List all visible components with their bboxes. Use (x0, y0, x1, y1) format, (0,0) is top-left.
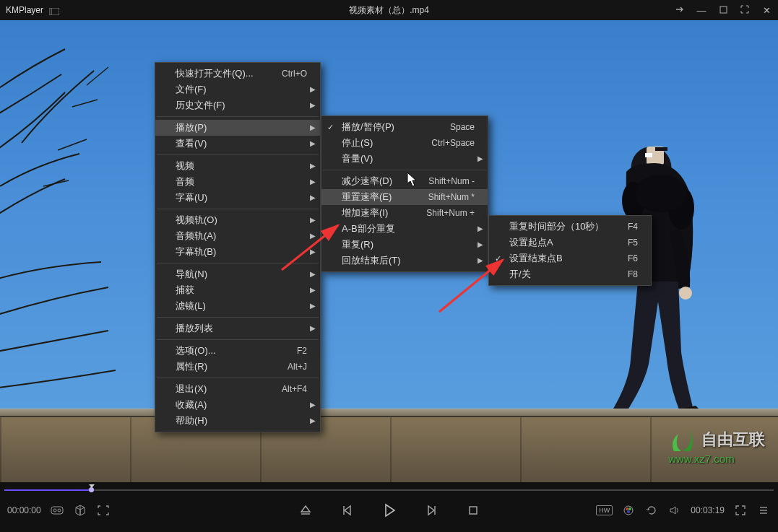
playback-menu-item-9[interactable]: 回放结束后(T)▶ (321, 253, 488, 269)
close-button[interactable]: ✕ (761, 5, 772, 16)
playback-menu-item-7[interactable]: A-B部分重复▶ (321, 221, 488, 237)
abrepeat-menu-item-2[interactable]: ✓设置结束点BF6 (489, 250, 651, 266)
submenu-arrow-icon: ▶ (477, 237, 483, 253)
menu-item-label: 退出(X) (176, 381, 270, 397)
playback-menu-item-6[interactable]: 增加速率(I)Shift+Num + (321, 205, 488, 221)
abrepeat-menu-item-0[interactable]: 重复时间部分（10秒）F4 (489, 219, 651, 235)
menu-item-label: 音频 (176, 174, 307, 190)
context-submenu-playback[interactable]: ✓播放/暂停(P)Space停止(S)Ctrl+Space音量(V)▶减少速率(… (321, 115, 488, 272)
main-menu-item-12[interactable]: 音频轨(A)▶ (155, 228, 320, 244)
next-button[interactable] (423, 502, 440, 519)
main-menu-item-11[interactable]: 视频轨(O)▶ (155, 212, 320, 228)
fullscreen-button[interactable] (739, 5, 751, 16)
check-icon: ✓ (327, 119, 334, 135)
submenu-arrow-icon: ▶ (310, 212, 316, 228)
submenu-arrow-icon: ▶ (310, 158, 316, 174)
menu-item-label: 设置结束点B (509, 250, 616, 266)
menu-item-label: 播放/暂停(P) (342, 119, 438, 135)
seek-bar[interactable] (0, 482, 778, 494)
menu-item-label: 重复时间部分（10秒） (509, 219, 616, 235)
abrepeat-menu-item-1[interactable]: 设置起点AF5 (489, 235, 651, 250)
app-name: KMPlayer (6, 5, 43, 15)
play-button[interactable] (381, 502, 398, 519)
menu-item-label: 播放列表 (176, 320, 307, 336)
playback-menu-item-8[interactable]: 重复(R)▶ (321, 237, 488, 253)
title-bar: KMPlayer 视频素材（总）.mp4 — ✕ (0, 0, 778, 20)
menu-item-label: A-B部分重复 (342, 221, 475, 237)
eject-button[interactable] (297, 502, 314, 519)
playlist-icon[interactable] (756, 503, 771, 518)
playback-menu-item-4[interactable]: 减少速率(D)Shift+Num - (321, 173, 488, 189)
minimize-button[interactable]: — (696, 5, 707, 16)
menu-item-label: 历史文件(F) (176, 97, 307, 113)
menu-item-shortcut: F8 (628, 266, 638, 282)
menu-item-label: 音量(V) (342, 151, 475, 167)
svg-point-7 (635, 175, 687, 212)
watermark-url: www.xz7.com (668, 453, 765, 465)
menu-item-label: 增加速率(I) (342, 205, 415, 221)
svg-rect-9 (655, 147, 667, 151)
app-logo-icon (49, 6, 59, 14)
main-menu-item-5[interactable]: 查看(V)▶ (155, 136, 320, 152)
submenu-arrow-icon: ▶ (310, 120, 316, 136)
context-submenu-abrepeat[interactable]: 重复时间部分（10秒）F4设置起点AF5✓设置结束点BF6开/关F8 (488, 215, 652, 286)
menu-item-label: 收藏(A) (176, 397, 307, 413)
playback-menu-item-1[interactable]: 停止(S)Ctrl+Space (321, 135, 488, 151)
playback-menu-item-2[interactable]: 音量(V)▶ (321, 151, 488, 167)
main-menu-separator (157, 154, 319, 155)
playback-menu-item-5[interactable]: 重置速率(E)Shift+Num * (321, 189, 488, 205)
main-menu-item-1[interactable]: 文件(F)▶ (155, 82, 320, 97)
menu-item-label: 视频 (176, 158, 307, 174)
stop-button[interactable] (464, 502, 482, 519)
current-time: 00:00:00 (7, 505, 41, 515)
submenu-arrow-icon: ▶ (310, 228, 316, 244)
main-menu-item-13[interactable]: 字幕轨(B)▶ (155, 244, 320, 260)
menu-item-label: 字幕轨(B) (176, 244, 307, 260)
watermark-text: 自由互联 (701, 429, 765, 450)
svg-point-8 (679, 287, 692, 300)
playback-menu-item-0[interactable]: ✓播放/暂停(P)Space (321, 119, 488, 135)
main-menu-item-24[interactable]: 退出(X)Alt+F4 (155, 381, 320, 397)
main-menu-item-16[interactable]: 捕获▶ (155, 282, 320, 298)
main-menu-item-0[interactable]: 快速打开文件(Q)...Ctrl+O (155, 66, 320, 82)
volume-icon[interactable] (667, 503, 682, 518)
context-menu-main[interactable]: 快速打开文件(Q)...Ctrl+O文件(F)▶历史文件(F)▶播放(P)▶查看… (155, 62, 321, 432)
main-menu-item-7[interactable]: 视频▶ (155, 158, 320, 174)
submenu-arrow-icon: ▶ (310, 397, 316, 413)
svg-point-21 (628, 507, 631, 510)
hw-badge[interactable]: HW (596, 505, 613, 515)
menu-item-label: 帮助(H) (176, 413, 307, 429)
main-menu-item-21[interactable]: 选项(O)...F2 (155, 343, 320, 359)
abrepeat-menu-item-3[interactable]: 开/关F8 (489, 266, 651, 282)
main-menu-item-17[interactable]: 滤镜(L)▶ (155, 298, 320, 314)
main-menu-item-9[interactable]: 字幕(U)▶ (155, 190, 320, 206)
menu-item-label: 播放(P) (176, 120, 307, 136)
pin-icon[interactable] (674, 4, 686, 17)
mouse-cursor (407, 172, 418, 188)
prev-button[interactable] (339, 502, 356, 519)
submenu-arrow-icon: ▶ (310, 136, 316, 152)
menu-item-label: 属性(R) (176, 359, 276, 375)
capture-icon[interactable] (96, 503, 111, 518)
main-menu-item-25[interactable]: 收藏(A)▶ (155, 397, 320, 413)
menu-item-label: 开/关 (509, 266, 616, 282)
rotate-icon[interactable] (644, 503, 659, 518)
vr-icon[interactable] (50, 503, 64, 518)
main-menu-item-19[interactable]: 播放列表▶ (155, 320, 320, 336)
wall (0, 417, 778, 482)
main-menu-item-8[interactable]: 音频▶ (155, 174, 320, 190)
menu-item-shortcut: Shift+Num + (426, 205, 475, 221)
submenu-arrow-icon: ▶ (477, 151, 483, 167)
fullscreen-icon[interactable] (733, 503, 748, 518)
menu-item-label: 减少速率(D) (342, 173, 417, 189)
menu-item-label: 字幕(U) (176, 190, 307, 206)
main-menu-item-15[interactable]: 导航(N)▶ (155, 266, 320, 282)
cube-icon[interactable] (73, 503, 87, 518)
maximize-button[interactable] (717, 5, 729, 16)
main-menu-separator (157, 378, 319, 378)
main-menu-item-2[interactable]: 历史文件(F)▶ (155, 97, 320, 113)
main-menu-item-4[interactable]: 播放(P)▶ (155, 120, 320, 136)
main-menu-item-26[interactable]: 帮助(H)▶ (155, 413, 320, 429)
color-icon[interactable] (621, 503, 636, 518)
main-menu-item-22[interactable]: 属性(R)Alt+J (155, 359, 320, 375)
